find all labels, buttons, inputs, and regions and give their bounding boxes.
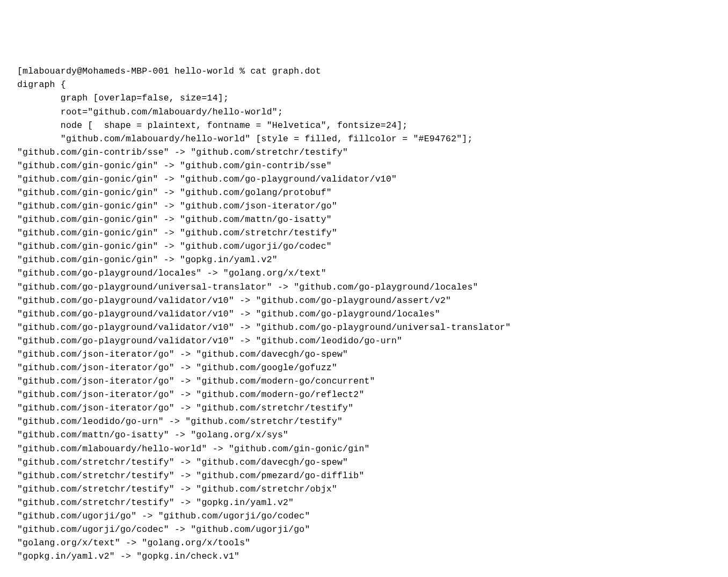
- edge-line: "github.com/gin-contrib/sse" -> "github.…: [17, 146, 728, 159]
- root-line: root="github.com/mlabouardy/hello-world"…: [17, 105, 728, 119]
- terminal-output: [mlabouardy@Mohameds-MBP-001 hello-world…: [17, 64, 728, 563]
- edge-line: "github.com/leodido/go-urn" -> "github.c…: [17, 415, 728, 428]
- edge-line: "github.com/gin-gonic/gin" -> "github.co…: [17, 199, 728, 213]
- root-node-line: "github.com/mlabouardy/hello-world" [sty…: [17, 132, 728, 146]
- prompt-at: @: [77, 66, 82, 76]
- graph-attrs-line: graph [overlap=false, size=14];: [17, 91, 728, 105]
- node-attrs-line: node [ shape = plaintext, fontname = "He…: [17, 119, 728, 132]
- edge-line: "github.com/go-playground/validator/v10"…: [17, 294, 728, 307]
- root-node: "github.com/mlabouardy/hello-world" [sty…: [61, 134, 473, 144]
- edge-line: "github.com/mattn/go-isatty" -> "golang.…: [17, 428, 728, 442]
- edge-line: "github.com/json-iterator/go" -> "github…: [17, 374, 728, 388]
- edge-line: "github.com/stretchr/testify" -> "gopkg.…: [17, 496, 728, 509]
- indent: [17, 119, 61, 132]
- root-attr: root="github.com/mlabouardy/hello-world"…: [61, 107, 283, 117]
- edge-line: "gopkg.in/yaml.v2" -> "gopkg.in/check.v1…: [17, 550, 728, 563]
- edge-line: "github.com/ugorji/go" -> "github.com/ug…: [17, 509, 728, 523]
- edge-line: "github.com/mlabouardy/hello-world" -> "…: [17, 442, 728, 456]
- indent: [17, 91, 61, 105]
- edge-line: "github.com/gin-gonic/gin" -> "github.co…: [17, 213, 728, 226]
- edge-line: "golang.org/x/text" -> "golang.org/x/too…: [17, 536, 728, 550]
- edge-line: "github.com/gin-gonic/gin" -> "github.co…: [17, 159, 728, 172]
- indent: [17, 105, 61, 119]
- edge-line: "github.com/stretchr/testify" -> "github…: [17, 456, 728, 469]
- edge-line: "github.com/ugorji/go/codec" -> "github.…: [17, 523, 728, 536]
- prompt-host: Mohameds-MBP-001: [82, 66, 169, 76]
- prompt-space: [169, 66, 174, 76]
- prompt-user: mlabouardy: [23, 66, 77, 76]
- edge-line: "github.com/go-playground/validator/v10"…: [17, 307, 728, 321]
- edge-line: "github.com/stretchr/testify" -> "github…: [17, 469, 728, 482]
- prompt-line: [mlabouardy@Mohameds-MBP-001 hello-world…: [17, 64, 728, 78]
- edge-line: "github.com/go-playground/validator/v10"…: [17, 334, 728, 348]
- edge-line: "github.com/gin-gonic/gin" -> "github.co…: [17, 186, 728, 199]
- prompt-open-bracket: [: [17, 66, 23, 76]
- prompt-command: cat graph.dot: [250, 66, 321, 76]
- edge-line: "github.com/go-playground/universal-tran…: [17, 280, 728, 294]
- prompt-dir: hello-world: [174, 66, 234, 76]
- edge-line: "github.com/gin-gonic/gin" -> "gopkg.in/…: [17, 253, 728, 266]
- edge-line: "github.com/go-playground/validator/v10"…: [17, 321, 728, 334]
- edge-line: "github.com/json-iterator/go" -> "github…: [17, 361, 728, 374]
- edge-line: "github.com/gin-gonic/gin" -> "github.co…: [17, 172, 728, 186]
- indent: [17, 132, 61, 146]
- edge-line: "github.com/gin-gonic/gin" -> "github.co…: [17, 226, 728, 240]
- edge-line: "github.com/gin-gonic/gin" -> "github.co…: [17, 240, 728, 253]
- edge-line: "github.com/json-iterator/go" -> "github…: [17, 401, 728, 415]
- edges-container: "github.com/gin-contrib/sse" -> "github.…: [17, 146, 728, 563]
- node-attrs: node [ shape = plaintext, fontname = "He…: [61, 120, 408, 131]
- graph-attrs: graph [overlap=false, size=14];: [61, 93, 229, 103]
- edge-line: "github.com/go-playground/locales" -> "g…: [17, 266, 728, 280]
- edge-line: "github.com/json-iterator/go" -> "github…: [17, 388, 728, 401]
- edge-line: "github.com/stretchr/testify" -> "github…: [17, 482, 728, 496]
- digraph-open-line: digraph {: [17, 78, 728, 91]
- edge-line: "github.com/json-iterator/go" -> "github…: [17, 348, 728, 361]
- prompt-marker: %: [234, 66, 250, 76]
